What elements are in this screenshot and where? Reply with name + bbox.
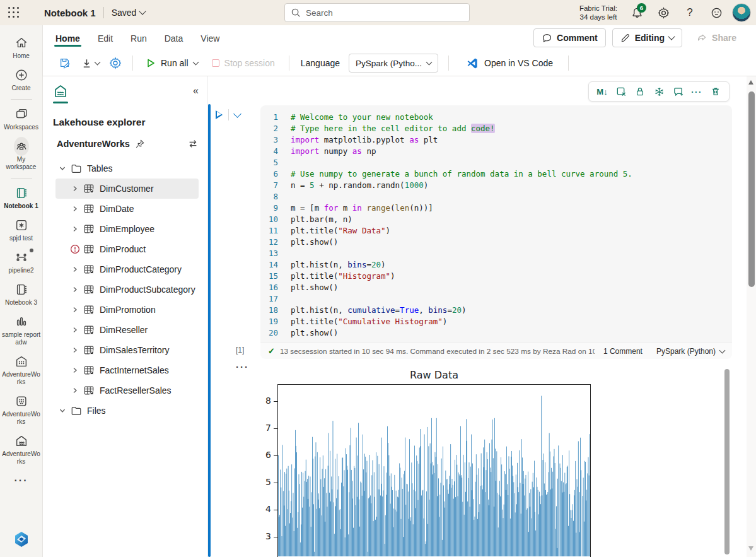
tree-item-dimemployee[interactable]: DimEmployee [55, 219, 199, 239]
editing-mode-dropdown[interactable]: Editing [612, 28, 682, 47]
share-button[interactable]: Share [689, 28, 745, 47]
code-line[interactable]: 7n = 5 + np.random.randn(1000) [260, 180, 732, 191]
pin-icon[interactable] [135, 139, 145, 149]
code-line[interactable]: 8 [260, 191, 732, 202]
tree-item-files[interactable]: Files [55, 401, 199, 421]
code-line[interactable]: 2# Type here in the cell editor to add c… [260, 123, 732, 134]
markdown-convert-icon[interactable]: M↓ [594, 84, 610, 99]
chevron-right-icon[interactable] [69, 205, 81, 213]
lakehouse-source-name[interactable]: AdventureWorks [57, 139, 130, 149]
tree-item-dimproductcategory[interactable]: DimProductCategory [55, 259, 199, 279]
tab-data[interactable]: Data [156, 28, 192, 48]
chevron-down-icon[interactable] [57, 407, 68, 414]
code-line[interactable]: 17 [260, 293, 732, 305]
feedback-button[interactable] [706, 2, 727, 23]
rail-item-home[interactable]: Home [1, 32, 42, 64]
chevron-right-icon[interactable] [69, 286, 81, 293]
stop-session-button[interactable]: Stop session [206, 58, 281, 68]
code-line[interactable]: 14plt.hist(n, bins=20) [260, 259, 732, 271]
rail-item-sample-report-adw[interactable]: sample report adw [1, 310, 42, 350]
comment-button[interactable]: Comment [533, 28, 606, 47]
scroll-up-arrow-icon[interactable] [748, 80, 753, 85]
code-line[interactable]: 16plt.show() [260, 282, 732, 293]
rail-item-notebook-1[interactable]: Notebook 1 [1, 182, 42, 214]
rail-item-adventureworks[interactable]: AdventureWorks [1, 350, 42, 390]
chevron-down-icon[interactable] [57, 165, 68, 172]
session-settings-button[interactable] [106, 54, 125, 73]
rail-item-spjd-test[interactable]: spjd test [1, 214, 42, 246]
rail-item-my-workspace[interactable]: My workspace [1, 135, 42, 175]
code-line[interactable]: 19plt.title("Cumulative Histogram") [260, 316, 732, 327]
tree-item-factinternetsales[interactable]: FactInternetSales [55, 360, 199, 380]
code-line[interactable]: 5 [260, 157, 732, 168]
saved-status-dropdown[interactable]: Saved [112, 8, 146, 18]
scroll-down-arrow-icon[interactable] [748, 546, 753, 551]
lock-icon[interactable] [632, 84, 648, 99]
tree-item-dimproduct[interactable]: DimProduct [55, 239, 199, 259]
rail-item-adventureworks[interactable]: AdventureWorks [1, 430, 42, 469]
collapse-panel-icon[interactable]: « [193, 85, 199, 97]
chevron-right-icon[interactable] [69, 225, 81, 233]
code-line[interactable]: 20plt.show() [260, 327, 732, 339]
code-line[interactable]: 18plt.hist(n, cumulative=True, bins=20) [260, 305, 732, 316]
cell-comment-count[interactable]: 1 Comment [603, 347, 643, 356]
rail-item-notebook-3[interactable]: Notebook 3 [1, 278, 42, 310]
page-scrollbar-thumb[interactable] [748, 91, 755, 287]
cell-collapse-icon[interactable] [233, 110, 241, 118]
output-options-icon[interactable]: ··· [236, 361, 249, 372]
search-input[interactable]: Search [284, 3, 470, 22]
code-line[interactable]: 1# Welcome to your new notebook [260, 112, 732, 123]
more-icon[interactable]: ··· [689, 84, 705, 99]
tree-item-dimdate[interactable]: DimDate [55, 199, 199, 219]
tree-item-dimreseller[interactable]: DimReseller [55, 320, 199, 340]
help-button[interactable]: ? [679, 2, 701, 23]
tree-item-dimsalesterritory[interactable]: DimSalesTerritory [55, 340, 199, 360]
chevron-right-icon[interactable] [69, 185, 81, 192]
tab-edit[interactable]: Edit [89, 28, 122, 48]
code-line[interactable]: 9m = [m for m in range(len(n))] [260, 202, 732, 214]
code-line[interactable]: 12plt.show() [260, 237, 732, 248]
chevron-right-icon[interactable] [69, 266, 81, 273]
export-button[interactable] [77, 54, 103, 73]
open-vscode-button[interactable]: Open in VS Code [459, 57, 561, 69]
rail-item-workspaces[interactable]: Workspaces [1, 103, 42, 135]
tree-item-tables[interactable]: Tables [55, 158, 199, 179]
code-line[interactable]: 3import matplotlib.pyplot as plt [260, 134, 732, 146]
settings-button[interactable] [653, 2, 674, 23]
notifications-button[interactable]: 6 [626, 2, 648, 23]
save-button[interactable] [55, 54, 74, 73]
tab-home[interactable]: Home [47, 28, 89, 48]
code-line[interactable]: 11plt.title("Raw Data") [260, 225, 732, 237]
language-dropdown[interactable]: PySpark (Pytho... [349, 54, 438, 73]
app-launcher-icon[interactable] [0, 0, 28, 25]
user-avatar[interactable] [732, 3, 751, 22]
tab-run[interactable]: Run [122, 28, 156, 48]
tree-item-dimproductsubcategory[interactable]: DimProductSubcategory [55, 279, 199, 300]
switch-lakehouse-icon[interactable] [187, 138, 199, 150]
delete-icon[interactable] [707, 84, 724, 99]
rail-item-create[interactable]: Create [1, 64, 42, 96]
add-comment-icon[interactable] [670, 84, 686, 99]
tree-item-dimpromotion[interactable]: DimPromotion [55, 300, 199, 320]
error-icon[interactable] [69, 244, 81, 254]
tab-view[interactable]: View [192, 28, 228, 48]
code-cell-editor[interactable]: 1# Welcome to your new notebook2# Type h… [260, 105, 732, 343]
tree-item-factresellersales[interactable]: FactResellerSales [55, 380, 199, 401]
lakehouse-icon[interactable] [53, 84, 68, 102]
chevron-right-icon[interactable] [69, 387, 81, 394]
clear-output-icon[interactable] [613, 84, 629, 99]
chevron-right-icon[interactable] [69, 366, 81, 374]
chevron-right-icon[interactable] [69, 306, 81, 314]
run-all-button[interactable]: Run all [141, 58, 203, 68]
rail-item-more[interactable]: ··· [1, 469, 42, 492]
rail-item-adventureworks[interactable]: AdventureWorks [1, 390, 42, 430]
freeze-icon[interactable] [651, 84, 667, 99]
run-cell-button[interactable] [216, 110, 223, 119]
code-line[interactable]: 15plt.title("Histogram") [260, 271, 732, 282]
code-line[interactable]: 13 [260, 248, 732, 259]
cell-kernel-dropdown[interactable]: PySpark (Python) [656, 347, 724, 356]
code-line[interactable]: 10plt.bar(m, n) [260, 214, 732, 225]
code-line[interactable]: 6# Use numpy to generate a bunch of rand… [260, 168, 732, 180]
chevron-right-icon[interactable] [69, 326, 81, 334]
chevron-right-icon[interactable] [69, 346, 81, 354]
